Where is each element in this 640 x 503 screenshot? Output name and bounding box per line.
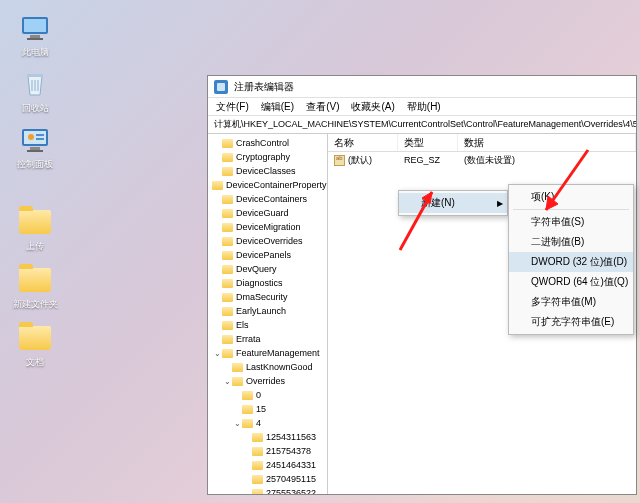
tree-item-label: DeviceContainers <box>236 194 307 204</box>
tree-item[interactable]: LastKnownGood <box>208 360 327 374</box>
folder-icon <box>222 321 233 330</box>
folder-icon <box>242 391 253 400</box>
folder-icon <box>252 433 263 442</box>
tree-item[interactable]: Cryptography <box>208 150 327 164</box>
menu-item-key[interactable]: 项(K) <box>509 187 633 207</box>
tree-item[interactable]: 215754378 <box>208 444 327 458</box>
desktop-icon-control-panel[interactable]: 控制面板 <box>12 122 58 170</box>
folder-icon <box>252 447 263 456</box>
tree-pane[interactable]: CrashControlCryptographyDeviceClassesDev… <box>208 134 328 494</box>
folder-icon <box>222 167 233 176</box>
menu-item-qword[interactable]: QWORD (64 位)值(Q) <box>509 272 633 292</box>
tree-item[interactable]: DeviceClasses <box>208 164 327 178</box>
menu-file[interactable]: 文件(F) <box>216 100 249 114</box>
tree-item-label: FeatureManagement <box>236 348 320 358</box>
tree-item[interactable]: ⌄FeatureManagement <box>208 346 327 360</box>
tree-item-label: Overrides <box>246 376 285 386</box>
tree-item-label: DeviceOverrides <box>236 236 303 246</box>
desktop-icon-label: 文档 <box>12 358 58 368</box>
menu-edit[interactable]: 编辑(E) <box>261 100 294 114</box>
desktop-icon-label: 控制面板 <box>12 160 58 170</box>
col-header-name[interactable]: 名称 <box>328 134 398 151</box>
regedit-icon <box>214 80 228 94</box>
tree-item-label: Els <box>236 320 249 330</box>
tree-item[interactable]: DevQuery <box>208 262 327 276</box>
tree-item[interactable]: Errata <box>208 332 327 346</box>
menu-item-new[interactable]: 新建(N) ▶ <box>399 193 507 213</box>
menubar: 文件(F) 编辑(E) 查看(V) 收藏夹(A) 帮助(H) <box>208 98 636 116</box>
tree-item[interactable]: 2755536522 <box>208 486 327 494</box>
desktop-icon-this-pc[interactable]: 此电脑 <box>12 10 58 58</box>
titlebar[interactable]: 注册表编辑器 <box>208 76 636 98</box>
tree-item-label: DevicePanels <box>236 250 291 260</box>
tree-item[interactable]: 15 <box>208 402 327 416</box>
tree-item[interactable]: DeviceGuard <box>208 206 327 220</box>
tree-item-label: 215754378 <box>266 446 311 456</box>
folder-icon <box>222 265 233 274</box>
tree-item[interactable]: Diagnostics <box>208 276 327 290</box>
menu-item-multistring[interactable]: 多字符串值(M) <box>509 292 633 312</box>
svg-rect-10 <box>30 147 40 150</box>
desktop-icon-folder-2[interactable]: 新建文件夹 <box>12 262 58 310</box>
context-menu-2: 项(K) 字符串值(S) 二进制值(B) DWORD (32 位)值(D) QW… <box>508 184 634 335</box>
menu-favorites[interactable]: 收藏夹(A) <box>351 100 394 114</box>
folder-icon <box>17 262 53 298</box>
address-bar[interactable]: 计算机\HKEY_LOCAL_MACHINE\SYSTEM\CurrentCon… <box>208 116 636 134</box>
expand-icon[interactable]: ⌄ <box>212 349 222 358</box>
tree-item[interactable]: DeviceContainerPropertyUpda <box>208 178 327 192</box>
tree-item-label: 0 <box>256 390 261 400</box>
tree-item[interactable]: DeviceContainers <box>208 192 327 206</box>
folder-icon <box>222 223 233 232</box>
folder-icon <box>232 363 243 372</box>
tree-item-label: DeviceMigration <box>236 222 301 232</box>
menu-item-dword[interactable]: DWORD (32 位)值(D) <box>509 252 633 272</box>
folder-icon <box>222 237 233 246</box>
tree-item-label: LastKnownGood <box>246 362 313 372</box>
svg-rect-2 <box>30 35 40 38</box>
tree-item[interactable]: DevicePanels <box>208 248 327 262</box>
tree-item[interactable]: DeviceOverrides <box>208 234 327 248</box>
tree-item[interactable]: ⌄4 <box>208 416 327 430</box>
col-header-data[interactable]: 数据 <box>458 134 636 151</box>
menu-item-binary[interactable]: 二进制值(B) <box>509 232 633 252</box>
desktop-icon-label: 新建文件夹 <box>12 300 58 310</box>
folder-icon <box>222 153 233 162</box>
tree-item[interactable]: CrashControl <box>208 136 327 150</box>
menu-item-expandstring[interactable]: 可扩充字符串值(E) <box>509 312 633 332</box>
tree-item-label: CrashControl <box>236 138 289 148</box>
tree-item[interactable]: 1254311563 <box>208 430 327 444</box>
tree-item[interactable]: DeviceMigration <box>208 220 327 234</box>
desktop-icon-folder-1[interactable]: 上传 <box>12 204 58 252</box>
desktop-icon-recycle-bin[interactable]: 回收站 <box>12 66 58 114</box>
expand-icon[interactable]: ⌄ <box>222 377 232 386</box>
tree-item-label: DeviceGuard <box>236 208 289 218</box>
tree-item[interactable]: ⌄Overrides <box>208 374 327 388</box>
svg-rect-1 <box>24 19 46 32</box>
folder-icon <box>222 307 233 316</box>
string-value-icon <box>334 155 345 166</box>
menu-item-string[interactable]: 字符串值(S) <box>509 212 633 232</box>
col-header-type[interactable]: 类型 <box>398 134 458 151</box>
tree-item[interactable]: 0 <box>208 388 327 402</box>
tree-item[interactable]: 2451464331 <box>208 458 327 472</box>
svg-point-7 <box>28 134 34 140</box>
folder-icon <box>17 320 53 356</box>
list-pane[interactable]: 名称 类型 数据 (默认)REG_SZ(数值未设置) 新建(N) ▶ 项(K) … <box>328 134 636 494</box>
desktop-icon-folder-3[interactable]: 文档 <box>12 320 58 368</box>
folder-icon <box>17 204 53 240</box>
folder-icon <box>222 293 233 302</box>
folder-icon <box>222 209 233 218</box>
tree-item[interactable]: Els <box>208 318 327 332</box>
tree-item[interactable]: EarlyLaunch <box>208 304 327 318</box>
tree-item[interactable]: 2570495115 <box>208 472 327 486</box>
tree-item[interactable]: DmaSecurity <box>208 290 327 304</box>
tree-item-label: Cryptography <box>236 152 290 162</box>
expand-icon[interactable]: ⌄ <box>232 419 242 428</box>
window-title: 注册表编辑器 <box>234 80 294 94</box>
tree-item-label: 4 <box>256 418 261 428</box>
menu-help[interactable]: 帮助(H) <box>407 100 441 114</box>
folder-icon <box>252 489 263 495</box>
menu-view[interactable]: 查看(V) <box>306 100 339 114</box>
tree-item-label: 2451464331 <box>266 460 316 470</box>
list-row[interactable]: (默认)REG_SZ(数值未设置) <box>328 152 636 168</box>
